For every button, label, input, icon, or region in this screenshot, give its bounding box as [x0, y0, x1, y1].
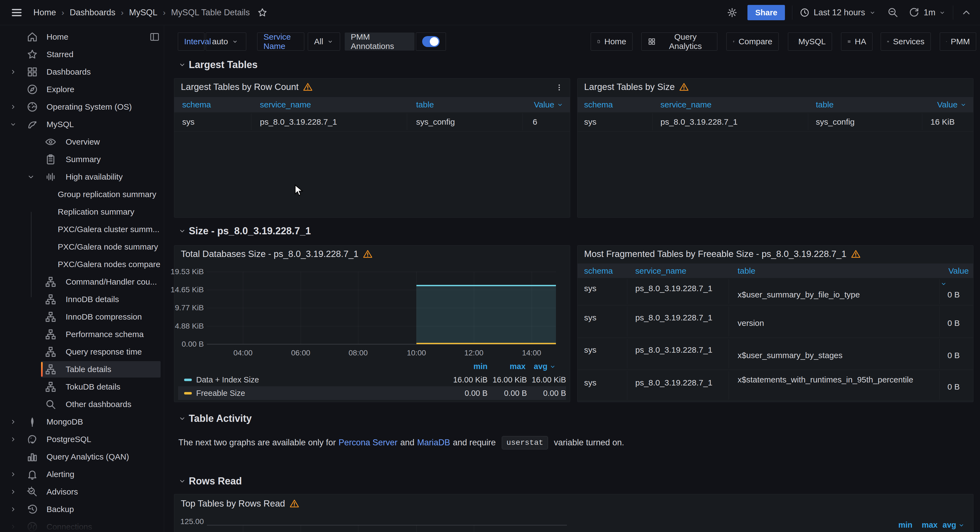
- table-row[interactable]: sys ps_8.0_3.19.228.7_1 sys_config 6: [174, 112, 570, 132]
- panel-title[interactable]: Top Tables by Rows Read: [181, 499, 285, 509]
- legend-stat-max[interactable]: max: [922, 521, 938, 530]
- link-button-query-analytics[interactable]: Query Analytics: [641, 33, 718, 51]
- column-header-schema[interactable]: schema: [584, 100, 613, 110]
- sidebar-item-table-details[interactable]: Table details: [0, 360, 164, 378]
- refresh-icon[interactable]: [908, 6, 920, 19]
- menu-toggle-icon[interactable]: [10, 6, 23, 19]
- chevron-right-icon[interactable]: [8, 469, 19, 480]
- chevron-right-icon[interactable]: [8, 67, 19, 77]
- link-button-mysql[interactable]: MySQL: [788, 33, 832, 51]
- sidebar-item-advisors[interactable]: Advisors: [0, 483, 164, 500]
- column-header-value[interactable]: Value: [534, 100, 563, 110]
- sidebar-item-performance-schema[interactable]: Performance schema: [0, 326, 164, 343]
- sidebar-item-pxc-node-summary[interactable]: PXC/Galera node summary: [0, 238, 164, 256]
- sidebar-item-backup[interactable]: Backup: [0, 500, 164, 518]
- column-header-schema[interactable]: schema: [182, 100, 211, 110]
- sidebar-item-mongodb[interactable]: MongoDB: [0, 413, 164, 430]
- chevron-right-icon[interactable]: [8, 486, 19, 497]
- column-header-table[interactable]: table: [738, 266, 756, 276]
- sidebar-item-query-analytics[interactable]: Query Analytics (QAN): [0, 448, 164, 465]
- sidebar-item-alerting[interactable]: Alerting: [0, 465, 164, 483]
- sidebar-item-innodb-compression[interactable]: InnoDB compression: [0, 308, 164, 326]
- link-button-services[interactable]: Services: [881, 33, 931, 51]
- column-header-service-name[interactable]: service_name: [260, 100, 311, 110]
- legend-row-freeable-size[interactable]: Freeable Size 0.00 B 0.00 B 0.00 B: [178, 386, 566, 400]
- table-row[interactable]: sys ps_8.0_3.19.228.7_1 x$user_summary_b…: [578, 278, 973, 305]
- sidebar-item-dashboards[interactable]: Dashboards: [0, 63, 164, 81]
- legend-stat-max[interactable]: max: [510, 362, 525, 371]
- sidebar-item-home[interactable]: Home: [0, 28, 164, 46]
- sidebar-item-group-replication-summary[interactable]: Group replication summary: [0, 186, 164, 203]
- table-row[interactable]: sys ps_8.0_3.19.228.7_1 x$statements_wit…: [578, 370, 973, 401]
- legend-stat-min[interactable]: min: [473, 362, 488, 371]
- sidebar-item-explore[interactable]: Explore: [0, 81, 164, 98]
- sidebar-item-query-response-time[interactable]: Query response time: [0, 343, 164, 360]
- link-button-compare[interactable]: Compare: [726, 33, 779, 51]
- sidebar-item-innodb-details[interactable]: InnoDB details: [0, 291, 164, 308]
- column-header-table[interactable]: table: [816, 100, 834, 110]
- section-size[interactable]: Size - ps_8.0_3.19.228.7_1: [178, 225, 311, 237]
- sidebar-item-command-handler-counters[interactable]: Command/Handler cou...: [0, 273, 164, 291]
- panel-title[interactable]: Largest Tables by Row Count: [181, 82, 299, 92]
- chevron-right-icon[interactable]: [8, 504, 19, 515]
- column-header-service-name[interactable]: service_name: [660, 100, 712, 110]
- section-rows-read[interactable]: Rows Read: [178, 475, 242, 487]
- sidebar-item-starred[interactable]: Starred: [0, 46, 164, 63]
- chevron-down-icon[interactable]: [8, 119, 19, 130]
- column-header-value[interactable]: Value: [948, 266, 969, 276]
- share-button[interactable]: Share: [748, 5, 785, 20]
- column-header-table[interactable]: table: [416, 100, 434, 110]
- section-table-activity[interactable]: Table Activity: [178, 413, 252, 424]
- service-name-variable-select[interactable]: All: [308, 33, 340, 51]
- link-button-pmm[interactable]: PMM: [940, 33, 976, 51]
- pmm-annotations-toggle[interactable]: [416, 33, 446, 51]
- section-largest-tables[interactable]: Largest Tables: [178, 59, 258, 70]
- panel-title[interactable]: Most Fragmented Tables by Freeable Size …: [584, 249, 846, 259]
- link-button-home[interactable]: Home: [591, 33, 633, 51]
- chevron-right-icon[interactable]: [8, 102, 19, 112]
- table-row[interactable]: sys ps_8.0_3.19.228.7_1 sys_config 16 Ki…: [578, 112, 973, 132]
- panel-title[interactable]: Largest Tables by Size: [584, 82, 675, 92]
- chevron-right-icon[interactable]: [8, 521, 19, 532]
- table-row[interactable]: sys ps_8.0_3.19.228.7_1 version 0 B: [578, 305, 973, 338]
- warning-icon[interactable]: [851, 249, 861, 259]
- collapse-caret-icon[interactable]: [960, 6, 972, 19]
- legend-row-data-index-size[interactable]: Data + Index Size 16.00 KiB 16.00 KiB 16…: [184, 373, 566, 386]
- zoom-out-time-icon[interactable]: [887, 6, 899, 19]
- table-row[interactable]: sys ps_8.0_3.19.228.7_1 x$user_summary_b…: [578, 338, 973, 370]
- interval-variable-select[interactable]: auto: [206, 33, 246, 51]
- percona-server-link[interactable]: Percona Server: [339, 438, 398, 448]
- breadcrumb-mysql[interactable]: MySQL: [129, 8, 158, 17]
- sort-desc-icon[interactable]: [940, 280, 947, 287]
- sidebar-item-postgresql[interactable]: PostgreSQL: [0, 430, 164, 448]
- warning-icon[interactable]: [679, 82, 689, 92]
- breadcrumb-home[interactable]: Home: [33, 8, 56, 17]
- breadcrumb-dashboards[interactable]: Dashboards: [70, 8, 115, 17]
- link-button-ha[interactable]: HA: [841, 33, 872, 51]
- sidebar-item-summary[interactable]: Summary: [0, 151, 164, 168]
- dashboard-settings-gear-icon[interactable]: [726, 6, 738, 19]
- sidebar-item-connections[interactable]: Connections: [0, 518, 164, 532]
- sidebar-item-pxc-cluster-summary[interactable]: PXC/Galera cluster summ...: [0, 221, 164, 238]
- chevron-right-icon[interactable]: [8, 434, 19, 445]
- sidebar-item-tokudb-details[interactable]: TokuDB details: [0, 378, 164, 395]
- refresh-interval-value[interactable]: 1m: [924, 8, 935, 17]
- time-range-picker[interactable]: Last 12 hours: [799, 7, 876, 18]
- panel-menu-kebab-icon[interactable]: [555, 83, 564, 92]
- sidebar-item-high-availability[interactable]: High availability: [0, 168, 164, 186]
- sidebar-item-replication-summary[interactable]: Replication summary: [0, 203, 164, 221]
- favorite-star-icon[interactable]: [257, 7, 268, 18]
- dock-sidebar-icon[interactable]: [149, 32, 160, 42]
- warning-icon[interactable]: [363, 249, 372, 259]
- chevron-down-icon[interactable]: [939, 9, 946, 16]
- sidebar-item-pxc-nodes-compare[interactable]: PXC/Galera nodes compare: [0, 256, 164, 273]
- mariadb-link[interactable]: MariaDB: [417, 438, 450, 448]
- legend-stat-min[interactable]: min: [898, 521, 912, 530]
- chevron-down-icon[interactable]: [27, 173, 35, 181]
- warning-icon[interactable]: [303, 82, 313, 92]
- legend-stat-avg[interactable]: avg: [942, 521, 965, 530]
- panel-title[interactable]: Total Databases Size - ps_8.0_3.19.228.7…: [181, 249, 358, 259]
- column-header-schema[interactable]: schema: [584, 266, 613, 276]
- sidebar-item-overview[interactable]: Overview: [0, 133, 164, 151]
- column-header-value[interactable]: Value: [937, 100, 967, 110]
